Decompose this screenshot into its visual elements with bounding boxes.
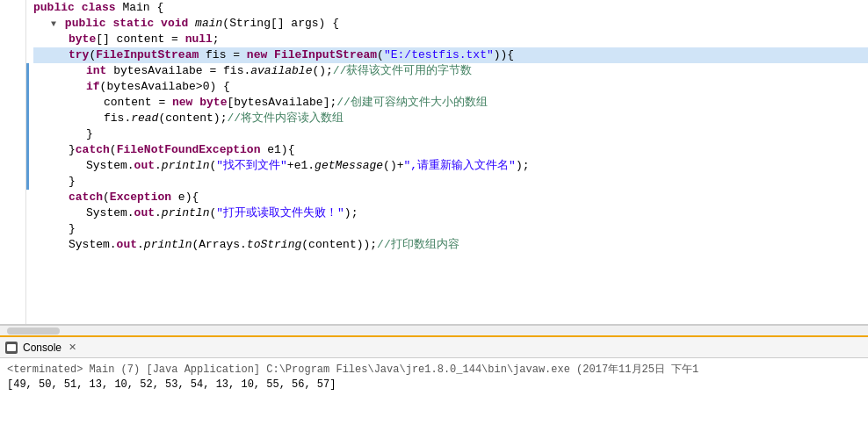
editor-scrollbar[interactable] (0, 325, 868, 335)
console-header: Console ✕ (0, 337, 868, 358)
console-title: Console (23, 342, 61, 354)
code-line-14: System.out.println("打开或读取文件失败！"); (33, 205, 868, 221)
code-line-5: int bytesAvailabe = fis.available();//获得… (33, 63, 868, 79)
code-line-15: } (33, 221, 868, 237)
editor-area: public class Main { ▼ public static void… (0, 0, 868, 325)
code-line-2: ▼ public static void main(String[] args)… (33, 16, 868, 32)
code-line-4: try(FileInputStream fis = new FileInputS… (33, 47, 868, 63)
console-output-line: [49, 50, 51, 13, 10, 52, 53, 54, 13, 10,… (7, 378, 861, 391)
code-line-7: content = new byte[bytesAvailabe];//创建可容… (33, 95, 868, 111)
console-close-icon[interactable]: ✕ (69, 342, 76, 353)
code-line-16: System.out.println(Arrays.toString(conte… (33, 237, 868, 253)
console-terminated-line: <terminated> Main (7) [Java Application]… (7, 362, 861, 377)
gutter (0, 0, 26, 324)
code-line-9: } (33, 126, 868, 142)
code-line-11: System.out.println("找不到文件"+e1.getMessage… (33, 158, 868, 174)
code-line-10: }catch(FileNotFoundException e1){ (33, 142, 868, 158)
code-line-6: if(bytesAvailabe>0) { (33, 79, 868, 95)
console-panel: Console ✕ <terminated> Main (7) [Java Ap… (0, 335, 868, 439)
console-body: <terminated> Main (7) [Java Application]… (0, 358, 868, 394)
scrollbar-thumb[interactable] (7, 327, 60, 335)
try-block-indicator (26, 63, 29, 190)
console-icon (5, 342, 18, 354)
code-area[interactable]: public class Main { ▼ public static void… (26, 0, 868, 324)
code-line-8: fis.read(content);//将文件内容读入数组 (33, 111, 868, 126)
code-line-12: } (33, 174, 868, 190)
code-line-3: byte[] content = null; (33, 32, 868, 47)
code-line-1: public class Main { (33, 0, 868, 16)
code-line-13: catch(Exception e){ (33, 190, 868, 205)
